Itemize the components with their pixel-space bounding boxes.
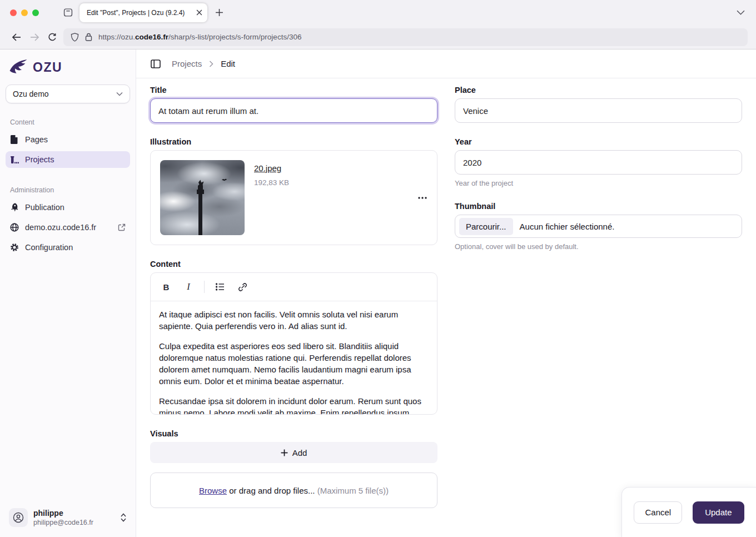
sidebar-item-label: Configuration — [25, 243, 73, 252]
year-field-block: Year Year of the project — [455, 137, 742, 187]
visuals-label: Visuals — [150, 429, 437, 438]
sidebar-item-label: demo.ozu.code16.fr — [25, 223, 96, 232]
sidebar-item-configuration[interactable]: Configuration — [6, 239, 130, 256]
globe-icon — [10, 223, 19, 232]
list-all-tabs-icon[interactable] — [737, 10, 745, 15]
user-name: philippe — [33, 509, 93, 518]
back-icon[interactable] — [8, 28, 26, 46]
browser-tab[interactable]: Edit "Post", Projects | Ozu (9.2.4) — [79, 3, 207, 22]
year-helper-text: Year of the project — [455, 179, 742, 187]
toolbar-divider — [204, 281, 205, 293]
place-label: Place — [455, 86, 742, 95]
year-label: Year — [455, 137, 742, 146]
editor-paragraph: Culpa expedita est asperiores eos sed li… — [159, 340, 429, 387]
cancel-button[interactable]: Cancel — [634, 501, 682, 524]
close-tab-icon[interactable] — [196, 9, 202, 16]
illustration-file-info: 20.jpeg 192,83 KB — [254, 160, 289, 235]
ozu-logo-icon — [9, 59, 28, 76]
place-field-block: Place — [455, 86, 742, 123]
content-field-block: Content B I — [150, 260, 437, 415]
sidebar-item-site[interactable]: demo.ozu.code16.fr — [6, 219, 130, 236]
avatar — [9, 508, 28, 527]
file-name-link[interactable]: 20.jpeg — [254, 163, 281, 173]
url-bar[interactable]: https://ozu.code16.fr/sharp/s-list/proje… — [63, 28, 748, 46]
breadcrumb-current: Edit — [221, 59, 235, 68]
rocket-icon — [10, 203, 19, 212]
editor-paragraph: Recusandae ipsa sit dolorem in incidunt … — [159, 395, 429, 414]
plus-icon — [281, 449, 288, 456]
sidebar-item-label: Publication — [25, 203, 64, 212]
gear-icon — [10, 243, 19, 252]
user-info: philippe philippe@code16.fr — [33, 509, 93, 526]
main-content: Projects Edit Title Illustration — [136, 49, 756, 537]
rich-text-editor: B I — [150, 272, 437, 415]
browse-file-button[interactable]: Parcourir... — [459, 218, 513, 235]
bullet-list-button[interactable] — [210, 277, 230, 296]
firefox-view-icon[interactable] — [63, 8, 73, 17]
lock-icon[interactable] — [85, 33, 92, 41]
dropzone-max-text: (Maximum 5 file(s)) — [317, 486, 389, 495]
illustration-label: Illustration — [150, 137, 437, 146]
sidebar: OZU Ozu demo Content Pages — [0, 49, 136, 537]
workspace-select-value: Ozu demo — [13, 90, 49, 98]
sidebar-item-pages[interactable]: Pages — [6, 131, 130, 148]
link-button[interactable] — [232, 277, 252, 296]
url-path: /sharp/s-list/projects/s-form/projects/3… — [168, 33, 301, 41]
update-button[interactable]: Update — [693, 501, 744, 524]
file-options-icon[interactable] — [418, 197, 427, 199]
page-icon — [10, 135, 19, 144]
external-link-icon — [118, 223, 126, 231]
sidebar-item-projects[interactable]: Projects — [6, 151, 130, 168]
navigation-toolbar: https://ozu.code16.fr/sharp/s-list/proje… — [0, 25, 756, 49]
tab-strip: Edit "Post", Projects | Ozu (9.2.4) — [0, 0, 756, 25]
file-dropzone[interactable]: Browse or drag and drop files... (Maximu… — [150, 473, 437, 508]
workspace-select[interactable]: Ozu demo — [6, 84, 130, 103]
edit-form: Title Illustration — [136, 78, 756, 523]
breadcrumb: Projects Edit — [136, 49, 756, 78]
ozu-logo[interactable]: OZU — [6, 55, 130, 84]
illustration-field-block: Illustration 20 — [150, 137, 437, 245]
ruler-icon — [10, 156, 19, 164]
thumbnail-label: Thumbnail — [455, 202, 742, 211]
minimize-window-button[interactable] — [21, 9, 28, 16]
place-input[interactable] — [455, 98, 742, 123]
editor-paragraph: At itaque adipisci est non facilis. Veli… — [159, 309, 429, 332]
editor-toolbar: B I — [151, 273, 437, 301]
tab-title: Edit "Post", Projects | Ozu (9.2.4) — [87, 9, 193, 17]
no-file-selected-text: Aucun fichier sélectionné. — [520, 222, 615, 231]
forward-icon[interactable] — [26, 28, 43, 46]
thumbnail-file-input[interactable]: Parcourir... Aucun fichier sélectionné. — [455, 215, 742, 238]
breadcrumb-projects-link[interactable]: Projects — [172, 59, 202, 68]
add-visual-button[interactable]: Add — [150, 442, 437, 463]
title-input[interactable] — [150, 98, 437, 123]
bold-button[interactable]: B — [156, 277, 176, 296]
maximize-window-button[interactable] — [32, 9, 39, 16]
section-label-content: Content — [6, 118, 130, 126]
year-input[interactable] — [455, 150, 742, 175]
form-left-column: Title Illustration — [150, 86, 437, 523]
browse-link[interactable]: Browse — [199, 486, 227, 495]
app-window: OZU Ozu demo Content Pages — [0, 49, 756, 537]
add-visual-label: Add — [292, 448, 307, 458]
window-controls — [0, 9, 39, 16]
italic-button[interactable]: I — [178, 277, 198, 296]
url-text: https://ozu.code16.fr/sharp/s-list/proje… — [98, 33, 301, 41]
close-window-button[interactable] — [10, 9, 17, 16]
illustration-thumbnail-image — [160, 160, 245, 235]
user-menu[interactable]: philippe philippe@code16.fr — [6, 503, 130, 534]
chevron-right-icon — [209, 61, 213, 67]
illustration-card: 20.jpeg 192,83 KB — [150, 150, 437, 245]
reload-icon[interactable] — [43, 28, 61, 46]
form-right-column: Place Year Year of the project Thumbnail… — [455, 86, 742, 523]
thumbnail-helper-text: Optional, cover will be used by default. — [455, 242, 742, 251]
sidebar-item-label: Projects — [25, 155, 54, 164]
user-email: philippe@code16.fr — [33, 519, 93, 526]
shield-icon[interactable] — [71, 33, 79, 42]
chevrons-up-down-icon — [120, 513, 127, 522]
url-prefix: https://ozu. — [98, 33, 135, 41]
new-tab-icon[interactable] — [215, 8, 223, 17]
sidebar-toggle-icon[interactable] — [151, 59, 161, 68]
section-label-administration: Administration — [6, 186, 130, 194]
sidebar-item-publication[interactable]: Publication — [6, 199, 130, 216]
editor-body[interactable]: At itaque adipisci est non facilis. Veli… — [151, 301, 437, 414]
